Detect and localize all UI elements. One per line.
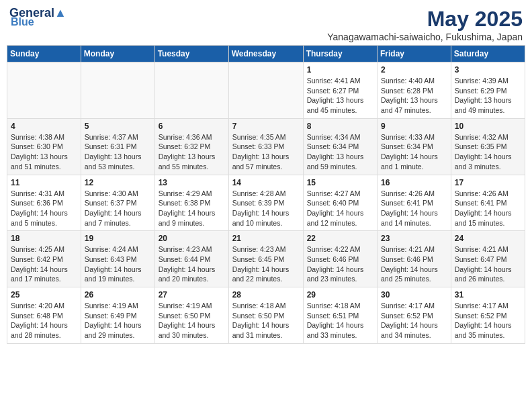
weekday-header-monday: Monday bbox=[81, 46, 154, 62]
day-number: 26 bbox=[85, 290, 151, 300]
day-info: Sunrise: 4:28 AM Sunset: 6:39 PM Dayligh… bbox=[232, 189, 300, 228]
calendar-week-5: 25Sunrise: 4:20 AM Sunset: 6:48 PM Dayli… bbox=[7, 287, 525, 344]
weekday-header-tuesday: Tuesday bbox=[154, 46, 228, 62]
day-info: Sunrise: 4:17 AM Sunset: 6:52 PM Dayligh… bbox=[381, 301, 447, 340]
day-number: 22 bbox=[307, 234, 373, 243]
day-number: 10 bbox=[455, 122, 521, 131]
day-number: 15 bbox=[307, 178, 373, 187]
calendar-cell: 2Sunrise: 4:40 AM Sunset: 6:28 PM Daylig… bbox=[378, 62, 451, 119]
weekday-header-row: SundayMondayTuesdayWednesdayThursdayFrid… bbox=[7, 46, 525, 62]
day-info: Sunrise: 4:25 AM Sunset: 6:42 PM Dayligh… bbox=[11, 244, 77, 284]
calendar-cell: 9Sunrise: 4:33 AM Sunset: 6:34 PM Daylig… bbox=[378, 118, 451, 175]
day-info: Sunrise: 4:18 AM Sunset: 6:50 PM Dayligh… bbox=[232, 301, 300, 340]
day-info: Sunrise: 4:39 AM Sunset: 6:29 PM Dayligh… bbox=[455, 76, 521, 116]
day-info: Sunrise: 4:17 AM Sunset: 6:52 PM Dayligh… bbox=[455, 301, 521, 340]
day-info: Sunrise: 4:22 AM Sunset: 6:46 PM Dayligh… bbox=[307, 244, 373, 284]
weekday-header-saturday: Saturday bbox=[451, 46, 525, 62]
calendar-cell: 3Sunrise: 4:39 AM Sunset: 6:29 PM Daylig… bbox=[451, 62, 525, 119]
calendar-cell bbox=[154, 62, 228, 119]
day-number: 9 bbox=[381, 122, 447, 131]
day-number: 19 bbox=[85, 234, 151, 243]
day-number: 18 bbox=[11, 234, 77, 243]
day-number: 3 bbox=[455, 65, 521, 75]
calendar-cell: 24Sunrise: 4:21 AM Sunset: 6:47 PM Dayli… bbox=[451, 231, 525, 287]
day-number: 7 bbox=[232, 122, 300, 131]
calendar-cell: 27Sunrise: 4:19 AM Sunset: 6:50 PM Dayli… bbox=[154, 287, 228, 344]
day-info: Sunrise: 4:41 AM Sunset: 6:27 PM Dayligh… bbox=[307, 76, 373, 116]
location: Yanagawamachi-saiwaicho, Fukushima, Japa… bbox=[327, 32, 523, 42]
day-number: 24 bbox=[455, 234, 521, 243]
day-number: 5 bbox=[85, 122, 151, 131]
day-info: Sunrise: 4:24 AM Sunset: 6:43 PM Dayligh… bbox=[85, 244, 151, 284]
day-number: 30 bbox=[381, 290, 447, 300]
day-number: 21 bbox=[232, 234, 300, 243]
logo: General▲ Blue bbox=[9, 7, 66, 28]
calendar-cell: 1Sunrise: 4:41 AM Sunset: 6:27 PM Daylig… bbox=[303, 62, 377, 119]
day-number: 6 bbox=[159, 122, 225, 131]
calendar-cell bbox=[7, 62, 81, 119]
day-info: Sunrise: 4:19 AM Sunset: 6:50 PM Dayligh… bbox=[159, 301, 225, 340]
day-number: 20 bbox=[159, 234, 225, 243]
calendar-cell: 14Sunrise: 4:28 AM Sunset: 6:39 PM Dayli… bbox=[228, 175, 303, 231]
calendar-cell: 8Sunrise: 4:34 AM Sunset: 6:34 PM Daylig… bbox=[303, 118, 377, 175]
calendar-cell: 10Sunrise: 4:32 AM Sunset: 6:35 PM Dayli… bbox=[451, 118, 525, 175]
day-number: 16 bbox=[381, 178, 447, 187]
day-info: Sunrise: 4:32 AM Sunset: 6:35 PM Dayligh… bbox=[455, 132, 521, 172]
day-info: Sunrise: 4:19 AM Sunset: 6:49 PM Dayligh… bbox=[85, 301, 151, 340]
weekday-header-wednesday: Wednesday bbox=[228, 46, 303, 62]
day-number: 12 bbox=[85, 178, 151, 187]
calendar-cell: 11Sunrise: 4:31 AM Sunset: 6:36 PM Dayli… bbox=[7, 175, 81, 231]
calendar-cell bbox=[81, 62, 154, 119]
day-number: 2 bbox=[381, 65, 447, 75]
day-number: 29 bbox=[307, 290, 373, 300]
calendar-cell: 26Sunrise: 4:19 AM Sunset: 6:49 PM Dayli… bbox=[81, 287, 154, 344]
calendar-cell: 5Sunrise: 4:37 AM Sunset: 6:31 PM Daylig… bbox=[81, 118, 154, 175]
calendar-week-1: 1Sunrise: 4:41 AM Sunset: 6:27 PM Daylig… bbox=[7, 62, 525, 119]
calendar-cell: 30Sunrise: 4:17 AM Sunset: 6:52 PM Dayli… bbox=[378, 287, 451, 344]
calendar-cell: 7Sunrise: 4:35 AM Sunset: 6:33 PM Daylig… bbox=[228, 118, 303, 175]
day-number: 28 bbox=[232, 290, 300, 300]
calendar-cell: 15Sunrise: 4:27 AM Sunset: 6:40 PM Dayli… bbox=[303, 175, 377, 231]
title-block: May 2025 Yanagawamachi-saiwaicho, Fukush… bbox=[327, 7, 523, 42]
calendar-cell: 31Sunrise: 4:17 AM Sunset: 6:52 PM Dayli… bbox=[451, 287, 525, 344]
calendar-cell: 18Sunrise: 4:25 AM Sunset: 6:42 PM Dayli… bbox=[7, 231, 81, 287]
day-info: Sunrise: 4:34 AM Sunset: 6:34 PM Dayligh… bbox=[307, 132, 373, 172]
day-number: 11 bbox=[11, 178, 77, 187]
weekday-header-sunday: Sunday bbox=[7, 46, 81, 62]
day-number: 23 bbox=[381, 234, 447, 243]
day-info: Sunrise: 4:20 AM Sunset: 6:48 PM Dayligh… bbox=[11, 301, 77, 340]
page-header: General▲ Blue May 2025 Yanagawamachi-sai… bbox=[7, 7, 525, 42]
calendar-cell: 22Sunrise: 4:22 AM Sunset: 6:46 PM Dayli… bbox=[303, 231, 377, 287]
calendar-table: SundayMondayTuesdayWednesdayThursdayFrid… bbox=[7, 45, 525, 344]
weekday-header-thursday: Thursday bbox=[303, 46, 377, 62]
day-number: 27 bbox=[159, 290, 225, 300]
calendar-cell: 16Sunrise: 4:26 AM Sunset: 6:41 PM Dayli… bbox=[378, 175, 451, 231]
day-info: Sunrise: 4:26 AM Sunset: 6:41 PM Dayligh… bbox=[381, 189, 447, 228]
day-number: 13 bbox=[159, 178, 225, 187]
month-title: May 2025 bbox=[327, 7, 523, 32]
day-number: 4 bbox=[11, 122, 77, 131]
day-info: Sunrise: 4:26 AM Sunset: 6:41 PM Dayligh… bbox=[455, 189, 521, 228]
day-info: Sunrise: 4:21 AM Sunset: 6:46 PM Dayligh… bbox=[381, 244, 447, 284]
day-info: Sunrise: 4:35 AM Sunset: 6:33 PM Dayligh… bbox=[232, 132, 300, 172]
day-info: Sunrise: 4:40 AM Sunset: 6:28 PM Dayligh… bbox=[381, 76, 447, 116]
day-number: 14 bbox=[232, 178, 300, 187]
day-number: 1 bbox=[307, 65, 373, 75]
calendar-cell: 23Sunrise: 4:21 AM Sunset: 6:46 PM Dayli… bbox=[378, 231, 451, 287]
day-info: Sunrise: 4:23 AM Sunset: 6:44 PM Dayligh… bbox=[159, 244, 225, 284]
calendar-cell: 13Sunrise: 4:29 AM Sunset: 6:38 PM Dayli… bbox=[154, 175, 228, 231]
logo-blue: Blue bbox=[11, 16, 34, 28]
calendar-cell: 4Sunrise: 4:38 AM Sunset: 6:30 PM Daylig… bbox=[7, 118, 81, 175]
calendar-week-4: 18Sunrise: 4:25 AM Sunset: 6:42 PM Dayli… bbox=[7, 231, 525, 287]
calendar-cell: 17Sunrise: 4:26 AM Sunset: 6:41 PM Dayli… bbox=[451, 175, 525, 231]
day-info: Sunrise: 4:36 AM Sunset: 6:32 PM Dayligh… bbox=[159, 132, 225, 172]
calendar-cell: 28Sunrise: 4:18 AM Sunset: 6:50 PM Dayli… bbox=[228, 287, 303, 344]
calendar-week-3: 11Sunrise: 4:31 AM Sunset: 6:36 PM Dayli… bbox=[7, 175, 525, 231]
day-info: Sunrise: 4:29 AM Sunset: 6:38 PM Dayligh… bbox=[159, 189, 225, 228]
day-number: 31 bbox=[455, 290, 521, 300]
calendar-cell: 12Sunrise: 4:30 AM Sunset: 6:37 PM Dayli… bbox=[81, 175, 154, 231]
calendar-week-2: 4Sunrise: 4:38 AM Sunset: 6:30 PM Daylig… bbox=[7, 118, 525, 175]
day-info: Sunrise: 4:21 AM Sunset: 6:47 PM Dayligh… bbox=[455, 244, 521, 284]
day-number: 25 bbox=[11, 290, 77, 300]
day-info: Sunrise: 4:31 AM Sunset: 6:36 PM Dayligh… bbox=[11, 189, 77, 228]
